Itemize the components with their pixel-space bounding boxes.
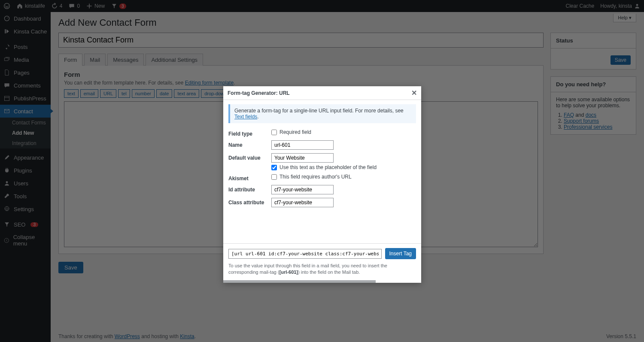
class-attr-input[interactable]	[271, 198, 334, 207]
field-type-label: Field type	[228, 129, 271, 137]
modal-info-banner: Generate a form-tag for a single-line UR…	[228, 104, 416, 123]
output-tag-input[interactable]	[228, 249, 382, 259]
akismet-checkbox-label[interactable]: This field requires author's URL	[271, 174, 416, 180]
id-attr-input[interactable]	[271, 185, 334, 194]
placeholder-checkbox[interactable]	[271, 165, 277, 170]
insert-tag-button[interactable]: Insert Tag	[385, 248, 416, 259]
placeholder-checkbox-label[interactable]: Use this text as the placeholder of the …	[271, 164, 416, 170]
modal-note: To use the value input through this fiel…	[228, 263, 416, 276]
required-checkbox[interactable]	[271, 130, 277, 135]
akismet-label: Akismet	[228, 174, 271, 182]
class-attr-label: Class attribute	[228, 198, 271, 206]
default-value-label: Default value	[228, 153, 271, 161]
akismet-checkbox[interactable]	[271, 174, 277, 180]
required-checkbox-label[interactable]: Required field	[271, 129, 416, 135]
modal-scrollbar[interactable]	[223, 280, 376, 283]
modal-close-button[interactable]: ✕	[411, 89, 417, 97]
id-attr-label: Id attribute	[228, 185, 271, 193]
text-fields-link[interactable]: Text fields	[234, 114, 257, 120]
modal-title: Form-tag Generator: URL	[228, 90, 290, 96]
name-input[interactable]	[271, 140, 334, 150]
default-value-input[interactable]	[271, 153, 334, 163]
form-tag-modal: Form-tag Generator: URL ✕ Generate a for…	[223, 86, 421, 283]
name-label: Name	[228, 140, 271, 148]
